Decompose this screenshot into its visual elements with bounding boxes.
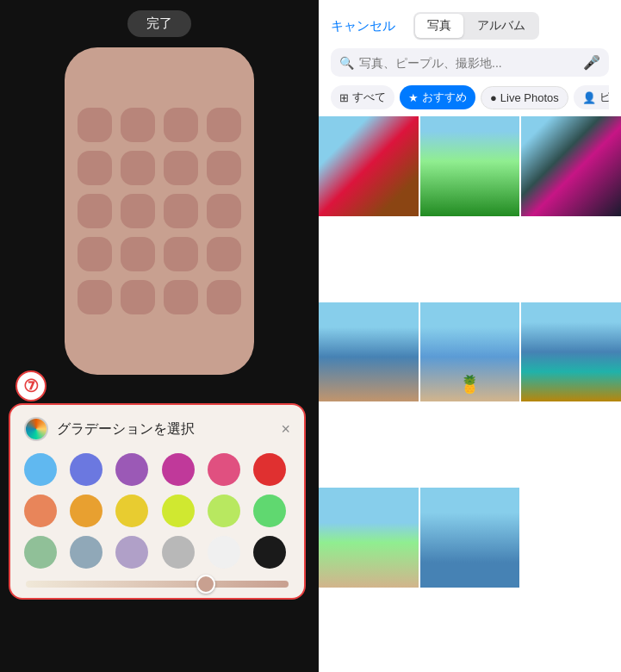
filter-tab-people[interactable]: 👤 ピープ xyxy=(574,85,609,109)
all-label: すべて xyxy=(352,90,386,105)
color-dot-purple[interactable] xyxy=(115,453,148,486)
gradient-picker: グラデーションを選択 × xyxy=(9,403,306,600)
app-icon xyxy=(207,151,241,185)
color-dot-blue[interactable] xyxy=(24,453,57,486)
color-dot-orange2[interactable] xyxy=(70,495,102,527)
color-dot-gray-blue[interactable] xyxy=(70,536,102,569)
photo-cell[interactable] xyxy=(319,116,419,216)
color-dot-red[interactable] xyxy=(253,453,286,486)
filter-tabs: ⊞ すべて ★ おすすめ ● Live Photos 👤 ピープ xyxy=(331,85,609,109)
gradient-preview-icon[interactable] xyxy=(24,417,48,441)
app-icon xyxy=(121,151,155,185)
photo-cell[interactable] xyxy=(420,488,520,588)
person-icon: 👤 xyxy=(582,91,596,104)
color-dot-lavender[interactable] xyxy=(115,536,148,569)
gradient-picker-close-button[interactable]: × xyxy=(281,421,290,437)
filter-tab-live[interactable]: ● Live Photos xyxy=(481,86,568,109)
color-grid xyxy=(24,453,290,569)
photo-cell[interactable] xyxy=(319,302,419,402)
star-icon: ★ xyxy=(408,91,419,104)
color-slider[interactable] xyxy=(26,581,289,588)
gradient-picker-header: グラデーションを選択 × xyxy=(24,417,290,441)
app-icon xyxy=(78,194,112,228)
search-bar: 🔍 🎤 xyxy=(331,48,609,77)
app-icon xyxy=(164,280,198,314)
app-icon xyxy=(164,237,198,271)
live-label: Live Photos xyxy=(500,91,559,104)
app-icon xyxy=(121,280,155,314)
color-dot-white[interactable] xyxy=(208,536,240,569)
app-icon xyxy=(78,151,112,185)
color-dot-pink[interactable] xyxy=(208,453,240,486)
done-button-container: 完了 xyxy=(127,10,191,37)
color-dot-lime2[interactable] xyxy=(208,495,240,527)
color-dot-green[interactable] xyxy=(253,495,286,527)
app-icon xyxy=(121,194,155,228)
photo-picker-nav: キャンセル 写真 アルバム xyxy=(331,12,609,40)
mic-icon[interactable]: 🎤 xyxy=(583,54,600,71)
search-input[interactable] xyxy=(359,56,578,70)
tab-albums[interactable]: アルバム xyxy=(465,14,537,38)
filter-tab-all[interactable]: ⊞ すべて xyxy=(331,85,394,109)
color-dot-lime[interactable] xyxy=(162,495,195,527)
photo-cell[interactable] xyxy=(319,488,419,588)
app-grid xyxy=(78,108,241,314)
done-button[interactable]: 完了 xyxy=(127,10,191,37)
photo-cell[interactable] xyxy=(420,116,520,216)
color-dot-magenta[interactable] xyxy=(162,453,195,486)
left-panel: 完了 ⑦ xyxy=(0,0,319,672)
photo-cell[interactable] xyxy=(521,302,621,402)
app-icon xyxy=(207,280,241,314)
title-row: グラデーションを選択 xyxy=(24,417,195,441)
pineapple-icon: 🍍 xyxy=(459,374,481,395)
color-dot-gray[interactable] xyxy=(162,536,195,569)
app-icon xyxy=(164,108,198,142)
app-icon xyxy=(164,151,198,185)
slider-container xyxy=(24,581,290,588)
recommended-label: おすすめ xyxy=(422,90,467,105)
nav-tabs: 写真 アルバム xyxy=(413,12,539,40)
app-icon xyxy=(207,108,241,142)
color-dot-sage[interactable] xyxy=(24,536,57,569)
app-icon xyxy=(121,237,155,271)
photo-cell[interactable]: 🍍 xyxy=(420,302,520,402)
color-dot-yellow[interactable] xyxy=(115,495,148,527)
app-icon xyxy=(78,280,112,314)
app-icon xyxy=(121,108,155,142)
step-badge: ⑦ xyxy=(16,370,47,401)
filter-tab-recommended[interactable]: ★ おすすめ xyxy=(400,85,475,109)
app-icon xyxy=(207,237,241,271)
color-dot-blue2[interactable] xyxy=(70,453,102,486)
photo-picker-header: キャンセル 写真 アルバム 🔍 🎤 ⊞ すべて ★ おすすめ ● Live xyxy=(319,0,621,116)
app-icon xyxy=(78,108,112,142)
phone-mockup xyxy=(65,47,254,375)
right-panel: キャンセル 写真 アルバム 🔍 🎤 ⊞ すべて ★ おすすめ ● Live xyxy=(319,0,621,672)
people-label: ピープ xyxy=(599,90,609,105)
photo-cell[interactable] xyxy=(521,116,621,216)
cancel-button[interactable]: キャンセル xyxy=(331,18,395,34)
tab-photos[interactable]: 写真 xyxy=(415,14,463,38)
app-icon xyxy=(207,194,241,228)
search-icon: 🔍 xyxy=(339,56,354,70)
live-dot-icon: ● xyxy=(490,91,497,104)
color-dot-orange[interactable] xyxy=(24,495,57,527)
app-icon xyxy=(78,237,112,271)
all-icon: ⊞ xyxy=(339,91,349,104)
gradient-picker-title: グラデーションを選択 xyxy=(57,420,195,439)
app-icon xyxy=(164,194,198,228)
color-dot-black[interactable] xyxy=(253,536,286,569)
photo-grid: 🍍 xyxy=(319,116,621,672)
